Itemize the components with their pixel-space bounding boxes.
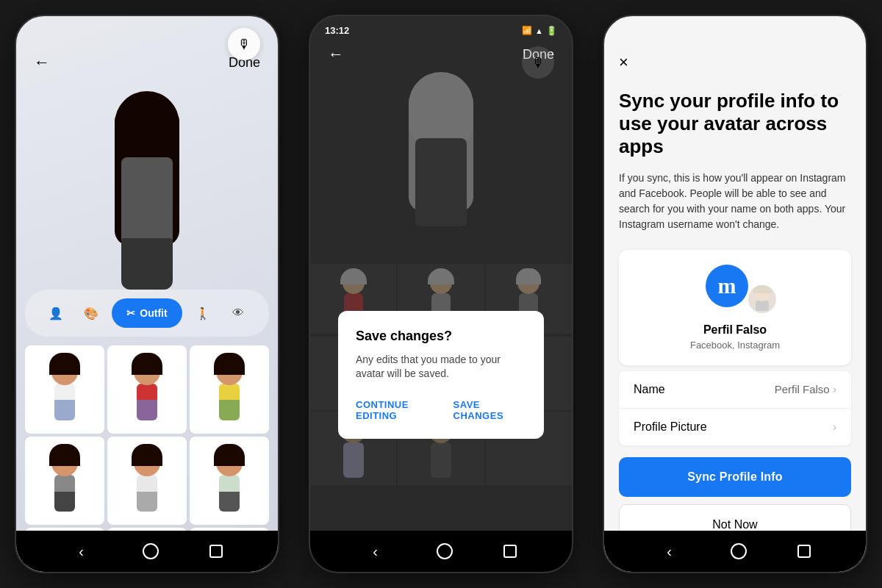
nav-square-3[interactable] — [797, 545, 811, 558]
status-time: 13:12 — [325, 25, 349, 36]
name-row[interactable]: Name Perfil Falso › — [619, 371, 851, 409]
sync-title: Sync your profile info to use your avata… — [619, 90, 851, 159]
outfit-cell-2[interactable] — [107, 345, 187, 434]
picture-label: Profile Picture — [634, 420, 707, 434]
signal-icon: 📶 — [522, 26, 532, 35]
phone2-status-bar: 13:12 📶 ▲ 🔋 — [310, 16, 572, 39]
phone3-content: Sync your profile info to use your avata… — [604, 84, 866, 560]
outfit-cell-5[interactable] — [107, 437, 187, 525]
picture-row[interactable]: Profile Picture › — [619, 409, 851, 445]
profile-avatars: m — [706, 265, 764, 315]
outfit-cell-3[interactable] — [190, 345, 269, 434]
phone1: ← Done 🎙 👤 🎨 — [15, 15, 279, 573]
profile-avatar-small — [747, 284, 778, 315]
avatar-display-area — [16, 84, 278, 290]
sync-description: If you sync, this is how you'll appear o… — [619, 171, 851, 232]
outfit-cell-6[interactable] — [190, 437, 269, 525]
profile-name: Perfil Falso — [703, 323, 767, 337]
back-button[interactable]: ← — [34, 53, 50, 72]
tab-outfit[interactable]: ✂ Outfit — [112, 298, 182, 328]
outfit-icon: ✂ — [126, 307, 135, 319]
status-icons: 📶 ▲ 🔋 — [522, 26, 557, 36]
nav-square-2[interactable] — [503, 545, 517, 558]
mic-button[interactable]: 🎙 — [228, 28, 260, 60]
phone1-wrapper: ← Done 🎙 👤 🎨 — [0, 0, 294, 588]
outfit-mini-1 — [25, 345, 104, 434]
tab-face[interactable]: 👤 — [41, 298, 71, 328]
profile-card: m Perfil Falso Facebook, Insta — [619, 250, 851, 365]
profile-platforms: Facebook, Instagram — [690, 340, 780, 351]
outfit-mini-5 — [107, 437, 187, 525]
avatar-hair — [115, 91, 179, 165]
outfit-mini-6 — [190, 437, 269, 525]
name-label: Name — [634, 383, 665, 396]
nav-back-3[interactable]: ‹ — [659, 541, 680, 562]
dialog-actions: CONTINUE EDITING SAVE CHANGES — [356, 399, 526, 421]
phone1-nav: ‹ — [16, 531, 278, 572]
sync-profile-button[interactable]: Sync Profile Info — [619, 457, 851, 497]
wifi-icon: ▲ — [535, 26, 543, 35]
battery-icon: 🔋 — [546, 26, 557, 36]
avatar-pants — [121, 238, 173, 290]
phone3-nav: ‹ — [604, 531, 866, 572]
phone2-avatar-body — [415, 138, 467, 226]
phone3-wrapper: × Sync your profile info to use your ava… — [588, 0, 882, 588]
phone2-avatar-area: 🎙 — [310, 76, 572, 259]
phone2-avatar-hair — [409, 72, 473, 146]
tab-color[interactable]: 🎨 — [76, 298, 106, 328]
phone2-wrapper: 13:12 📶 ▲ 🔋 ← Done — [294, 0, 588, 588]
nav-home-3[interactable] — [731, 543, 747, 559]
main-avatar — [92, 91, 202, 282]
outfit-mini-4 — [25, 437, 104, 525]
outfit-cell-1[interactable] — [25, 345, 104, 434]
dialog-title: Save changes? — [356, 328, 526, 343]
avatar-body — [121, 157, 173, 245]
phone3: × Sync your profile info to use your ava… — [603, 15, 867, 573]
name-value-area: Perfil Falso › — [775, 383, 836, 396]
phone2-back-button[interactable]: ← — [328, 45, 344, 64]
nav-back-1[interactable]: ‹ — [71, 541, 92, 562]
outfit-cell-4[interactable] — [25, 437, 104, 525]
phone2-mic-icon: 🎙 — [531, 55, 545, 71]
outfit-label: Outfit — [140, 307, 167, 319]
outfit-mini-3 — [190, 345, 269, 434]
save-dialog: Save changes? Any edits that you made to… — [338, 310, 544, 438]
tab-pose[interactable]: 🚶 — [188, 298, 218, 328]
name-value: Perfil Falso — [775, 383, 830, 395]
tab-view[interactable]: 👁 — [223, 298, 253, 328]
nav-square-1[interactable] — [209, 545, 223, 558]
facebook-logo-icon: m — [706, 265, 748, 307]
dialog-description: Any edits that you made to your avatar w… — [356, 352, 526, 381]
outfit-mini-2 — [107, 345, 187, 434]
phone2: 13:12 📶 ▲ 🔋 ← Done — [309, 15, 573, 573]
name-chevron-icon: › — [833, 383, 836, 396]
picture-chevron-area: › — [833, 420, 836, 434]
phone2-main-avatar — [386, 72, 496, 263]
phones-container: ← Done 🎙 👤 🎨 — [0, 0, 882, 588]
info-section: Name Perfil Falso › Profile Picture › — [619, 371, 851, 445]
category-tabs: 👤 🎨 ✂ Outfit 🚶 👁 — [25, 290, 269, 337]
phone2-nav: ‹ — [310, 531, 572, 572]
dialog-area: Save changes? Any edits that you made to… — [310, 262, 572, 487]
phone2-mic-button[interactable]: 🎙 — [522, 46, 554, 79]
save-changes-button[interactable]: SAVE CHANGES — [453, 399, 526, 421]
mic-icon: 🎙 — [237, 37, 251, 52]
phone3-header: × — [604, 16, 866, 84]
nav-home-2[interactable] — [437, 543, 453, 559]
nav-back-2[interactable]: ‹ — [365, 541, 386, 562]
continue-editing-button[interactable]: CONTINUE EDITING — [356, 399, 445, 421]
close-button[interactable]: × — [619, 53, 628, 72]
nav-home-1[interactable] — [143, 543, 159, 559]
picture-chevron-icon: › — [833, 420, 836, 434]
